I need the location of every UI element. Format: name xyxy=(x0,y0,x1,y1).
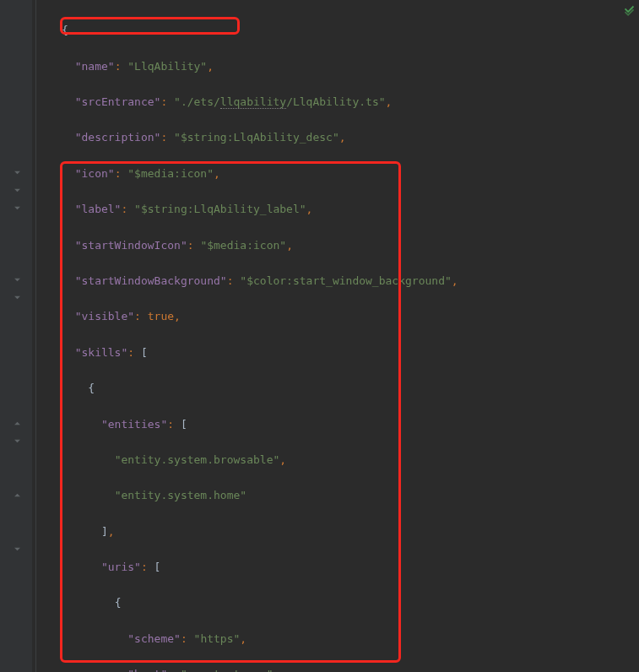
code-line: { xyxy=(36,21,639,39)
code-line: { xyxy=(36,593,639,611)
code-line: "description": "$string:LlqAbility_desc"… xyxy=(36,128,639,146)
fold-expand-icon[interactable] xyxy=(12,275,22,285)
fold-expand-icon[interactable] xyxy=(12,186,22,196)
code-line: "name": "LlqAbility", xyxy=(36,57,639,75)
fold-expand-icon[interactable] xyxy=(12,436,22,447)
fold-collapse-icon[interactable] xyxy=(12,419,22,429)
code-line: "startWindowBackground": "$color:start_w… xyxy=(36,272,639,290)
code-line: { xyxy=(36,379,639,397)
code-line: "label": "$string:LlqAbility_label", xyxy=(36,200,639,218)
code-line: "visible": true, xyxy=(36,307,639,325)
fold-expand-icon[interactable] xyxy=(12,293,22,303)
code-line: "icon": "$media:icon", xyxy=(36,165,639,182)
code-line: ], xyxy=(36,523,639,540)
code-line: "entity.system.browsable", xyxy=(36,451,639,469)
code-line: "startWindowIcon": "$media:icon", xyxy=(36,236,639,254)
code-line: "entities": [ xyxy=(36,415,639,433)
code-line: "host": "www.test.com", xyxy=(36,665,639,672)
code-line: "scheme": "https", xyxy=(36,630,639,648)
code-line: "srcEntrance": "./ets/llqability/LlqAbil… xyxy=(36,93,639,111)
code-editor[interactable]: { "name": "LlqAbility", "srcEntrance": "… xyxy=(36,3,639,672)
fold-expand-icon[interactable] xyxy=(12,545,22,555)
code-line: "uris": [ xyxy=(36,558,639,576)
gutter xyxy=(0,0,32,672)
code-line: "skills": [ xyxy=(36,344,639,361)
code-line: "entity.system.home" xyxy=(36,486,639,504)
fold-expand-icon[interactable] xyxy=(12,203,22,214)
fold-collapse-icon[interactable] xyxy=(12,490,22,501)
fold-expand-icon[interactable] xyxy=(12,168,22,178)
